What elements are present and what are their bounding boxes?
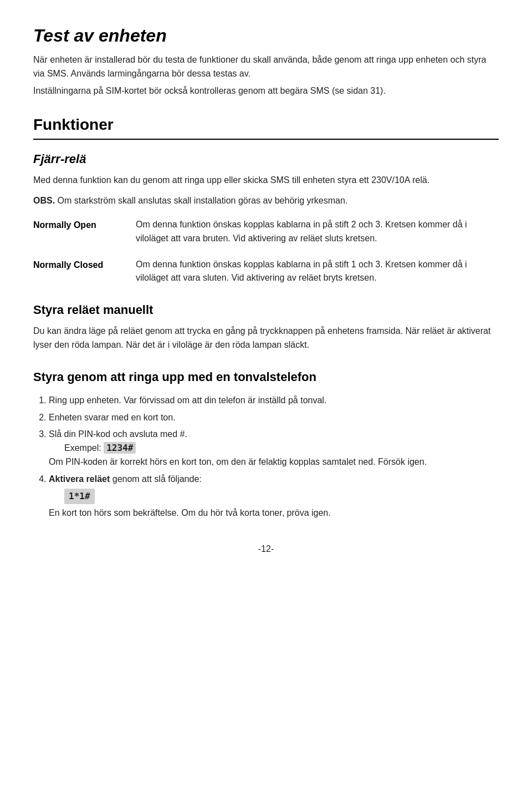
normally-open-label: Normally Open — [33, 218, 136, 232]
step-3-text: Slå din PIN-kod och avsluta med #. — [49, 429, 187, 439]
example-code: 1234# — [104, 442, 136, 454]
page-number: -12- — [33, 542, 499, 556]
styra-ringa-section: Styra genom att ringa upp med en tonvals… — [33, 368, 499, 520]
normally-closed-description: Om denna funktion önskas kopplas kablarn… — [136, 258, 499, 286]
styra-ringa-heading: Styra genom att ringa upp med en tonvals… — [33, 368, 499, 386]
funktioner-heading: Funktioner — [33, 113, 499, 140]
intro-paragraph-2: Inställningarna på SIM-kortet bör också … — [33, 84, 499, 98]
step-4-code: 1*1# — [64, 489, 95, 505]
obs-text: OBS. Om starkström skall anslutas skall … — [33, 194, 499, 208]
normally-open-description: Om denna funktion önskas kopplas kablarn… — [136, 218, 499, 246]
normally-open-row: Normally Open Om denna funktion önskas k… — [33, 218, 499, 246]
fjarr-rela-heading: Fjärr-relä — [33, 150, 499, 168]
styra-manuellt-heading: Styra reläet manuellt — [33, 301, 499, 319]
styra-manuellt-body: Du kan ändra läge på reläet genom att tr… — [33, 324, 499, 352]
step-1: Ring upp enheten. Var förvissad om att d… — [49, 394, 499, 408]
step-3: Slå din PIN-kod och avsluta med #. Exemp… — [49, 428, 499, 469]
normally-closed-label: Normally Closed — [33, 258, 136, 272]
relay-table: Normally Open Om denna funktion önskas k… — [33, 218, 499, 285]
step-4-prefix: Aktivera reläet genom att slå följande: — [49, 474, 202, 484]
step-2: Enheten svarar med en kort ton. — [49, 411, 499, 425]
example-result: Om PIN-koden är korrekt hörs en kort ton… — [49, 457, 427, 466]
obs-label: OBS. — [33, 196, 55, 205]
obs-description: Om starkström skall anslutas skall insta… — [58, 196, 348, 205]
step-4: Aktivera reläet genom att slå följande: … — [49, 473, 499, 520]
steps-list: Ring upp enheten. Var förvissad om att d… — [33, 394, 499, 520]
example-label: Exempel: 1234# — [64, 443, 136, 453]
fjarr-rela-body: Med denna funktion kan du genom att ring… — [33, 174, 499, 187]
intro-paragraph-1: När enheten är installerad bör du testa … — [33, 53, 499, 81]
step-2-text: Enheten svarar med en kort ton. — [49, 413, 176, 422]
page-title: Test av enheten — [33, 22, 499, 49]
normally-closed-row: Normally Closed Om denna funktion önskas… — [33, 258, 499, 286]
step-1-text: Ring upp enheten. Var förvissad om att d… — [49, 395, 326, 405]
step-4-final: En kort ton hörs som bekräftelse. Om du … — [49, 508, 331, 517]
